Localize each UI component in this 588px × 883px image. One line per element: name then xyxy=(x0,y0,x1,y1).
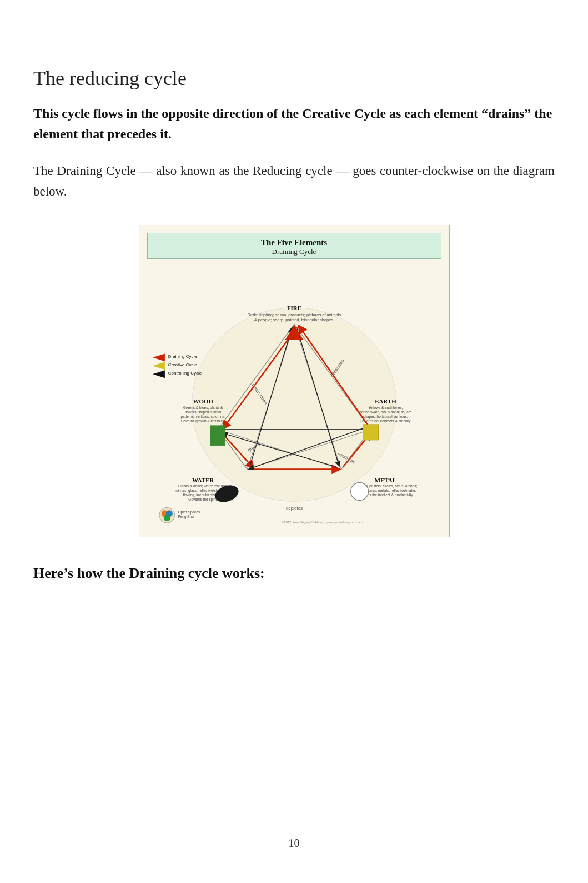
svg-text:METAL: METAL xyxy=(374,477,396,483)
page-number: 10 xyxy=(289,837,300,850)
diagram-container: The Five Elements Draining Cycle xyxy=(33,225,555,537)
svg-text:WATER: WATER xyxy=(192,477,213,483)
svg-marker-57 xyxy=(152,370,164,378)
svg-text:Governs growth & flexibility.: Governs growth & flexibility. xyxy=(180,419,225,423)
page: The reducing cycle This cycle flows in t… xyxy=(0,0,588,883)
svg-marker-53 xyxy=(152,353,164,361)
diagram-title-bar: The Five Elements Draining Cycle xyxy=(147,233,441,259)
svg-text:Feng Shui: Feng Shui xyxy=(178,515,194,519)
svg-text:flowers; striped & floral: flowers; striped & floral xyxy=(184,410,220,415)
svg-text:Blacks & darks; water features: Blacks & darks; water features; xyxy=(178,484,228,488)
svg-text:EARTH: EARTH xyxy=(375,398,396,405)
svg-text:Yellows & earthtones;: Yellows & earthtones; xyxy=(368,406,403,410)
svg-text:WOOD: WOOD xyxy=(193,398,213,405)
svg-text:earthenware, soil & sand; squa: earthenware, soil & sand; square xyxy=(359,410,412,415)
section-title: The reducing cycle xyxy=(33,67,555,90)
diagram-svg-area: FIRE Reds; lighting; animal products; pi… xyxy=(139,263,449,537)
svg-text:Open Spaces: Open Spaces xyxy=(178,510,199,515)
svg-text:& people; sharp, pointed, tria: & people; sharp, pointed, triangular sha… xyxy=(254,317,334,322)
bold-intro: This cycle flows in the opposite directi… xyxy=(33,103,555,144)
svg-text:Reds; lighting; animal product: Reds; lighting; animal products; picture… xyxy=(247,312,341,317)
bottom-heading: Here’s how the Draining cycle works: xyxy=(33,565,555,582)
diagram-box: The Five Elements Draining Cycle xyxy=(139,225,450,537)
body-paragraph: The Draining Cycle — also known as the R… xyxy=(33,161,555,202)
svg-text:©2012, Ann Brigley-DeHave, ope: ©2012, Ann Brigley-DeHave, openspacesfen… xyxy=(281,521,362,524)
svg-text:depletes: depletes xyxy=(285,506,302,511)
svg-text:FIRE: FIRE xyxy=(287,305,301,311)
svg-text:shapes, horizontal surfaces.: shapes, horizontal surfaces. xyxy=(363,415,408,419)
svg-point-40 xyxy=(350,482,368,500)
svg-text:Governs nourishment & stabilit: Governs nourishment & stability. xyxy=(360,419,411,423)
svg-rect-29 xyxy=(210,426,224,446)
svg-rect-46 xyxy=(363,425,378,440)
svg-text:Greens & blues; plants &: Greens & blues; plants & xyxy=(183,406,223,410)
svg-point-63 xyxy=(163,515,170,521)
svg-rect-52 xyxy=(152,345,185,351)
svg-text:Governs the spirit.: Governs the spirit. xyxy=(188,497,218,502)
diagram-title-sub: Draining Cycle xyxy=(153,247,435,256)
diagram-title-main: The Five Elements xyxy=(153,238,435,247)
svg-text:Draining Cycle: Draining Cycle xyxy=(168,354,197,359)
svg-text:patterns; verticals; columns.: patterns; verticals; columns. xyxy=(180,415,225,419)
five-elements-diagram: FIRE Reds; lighting; animal products; pi… xyxy=(145,263,444,529)
svg-text:Controlling Cycle: Controlling Cycle xyxy=(168,371,202,376)
svg-text:Creative Cycle: Creative Cycle xyxy=(168,362,197,367)
svg-marker-55 xyxy=(152,362,164,370)
